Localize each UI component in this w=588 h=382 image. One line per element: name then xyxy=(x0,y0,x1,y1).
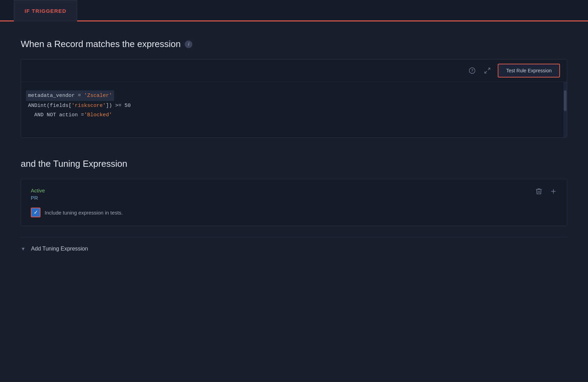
scrollbar-thumb[interactable] xyxy=(564,90,567,111)
tuning-actions xyxy=(535,188,557,195)
page-wrapper: IF TRIGGERED When a Record matches the e… xyxy=(0,0,588,283)
test-rule-button[interactable]: Test Rule Expression xyxy=(498,64,560,78)
checkbox-label: Include tuning expression in tests. xyxy=(45,210,123,216)
chevron-down-icon: ▼ xyxy=(21,246,26,252)
main-content: When a Record matches the expression i ? xyxy=(0,21,588,283)
svg-line-2 xyxy=(488,68,490,70)
tuning-info: Active PR xyxy=(31,188,45,201)
svg-line-3 xyxy=(485,71,487,73)
section-tuning-title: and the Tuning Expression xyxy=(21,158,567,169)
tuning-status: Active xyxy=(31,188,45,193)
add-icon[interactable] xyxy=(550,188,557,195)
tuning-box: Active PR xyxy=(21,179,567,226)
add-tuning-row[interactable]: ▼ Add Tuning Expression xyxy=(21,237,567,252)
code-area[interactable]: metadata_vendor = 'Zscaler' AND int(fiel… xyxy=(21,82,563,137)
add-tuning-label[interactable]: Add Tuning Expression xyxy=(31,246,88,252)
expand-icon[interactable] xyxy=(483,66,492,75)
scrollbar-track[interactable] xyxy=(563,82,567,137)
code-line-2: AND int(fields['riskscore']) >= 50 xyxy=(28,101,557,110)
include-tuning-checkbox[interactable]: ✓ xyxy=(31,208,40,217)
section-record-matches: When a Record matches the expression i ? xyxy=(21,39,567,138)
code-editor-container: ? Test Rule Expression xyxy=(21,59,567,138)
section-record-title: When a Record matches the expression i xyxy=(21,39,567,49)
checkmark-icon: ✓ xyxy=(34,210,38,215)
code-line-1: metadata_vendor = 'Zscaler' xyxy=(28,90,557,101)
code-editor-toolbar: ? Test Rule Expression xyxy=(21,60,567,82)
help-icon[interactable]: ? xyxy=(467,66,477,75)
code-keyword: metadata_vendor xyxy=(28,93,75,99)
tuning-header: Active PR xyxy=(31,188,557,201)
info-icon[interactable]: i xyxy=(185,40,192,48)
checkbox-row: ✓ Include tuning expression in tests. xyxy=(31,208,557,217)
tuning-name: PR xyxy=(31,195,45,201)
code-editor-body[interactable]: metadata_vendor = 'Zscaler' AND int(fiel… xyxy=(21,82,567,137)
code-line-3: AND NOT action = 'Blocked' xyxy=(28,110,557,120)
tab-if-triggered[interactable]: IF TRIGGERED xyxy=(14,0,77,21)
tab-bar: IF TRIGGERED xyxy=(0,0,588,21)
section-tuning-expression: and the Tuning Expression Active PR xyxy=(21,158,567,252)
delete-icon[interactable] xyxy=(535,188,543,195)
svg-text:?: ? xyxy=(471,69,474,73)
